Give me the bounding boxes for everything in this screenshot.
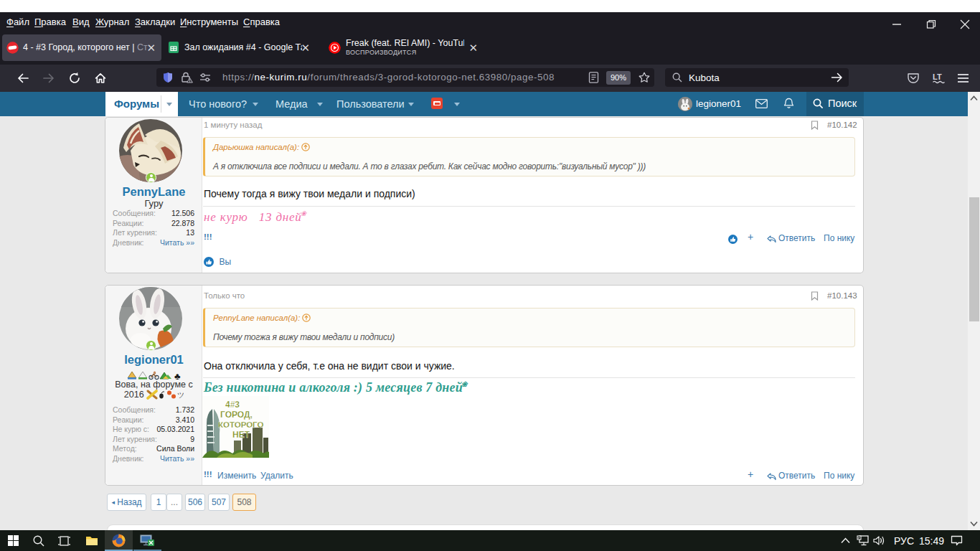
svg-text:LT: LT	[933, 72, 942, 81]
svg-text:НЕТ: НЕТ	[232, 430, 250, 440]
svg-text:КОТОРОГО: КОТОРОГО	[218, 420, 263, 429]
svg-text:ГОРОД,: ГОРОД,	[220, 410, 253, 420]
svg-text:4#3: 4#3	[225, 400, 240, 410]
svg-text:ツ: ツ	[177, 391, 184, 399]
svg-text:♣: ♣	[174, 370, 181, 380]
